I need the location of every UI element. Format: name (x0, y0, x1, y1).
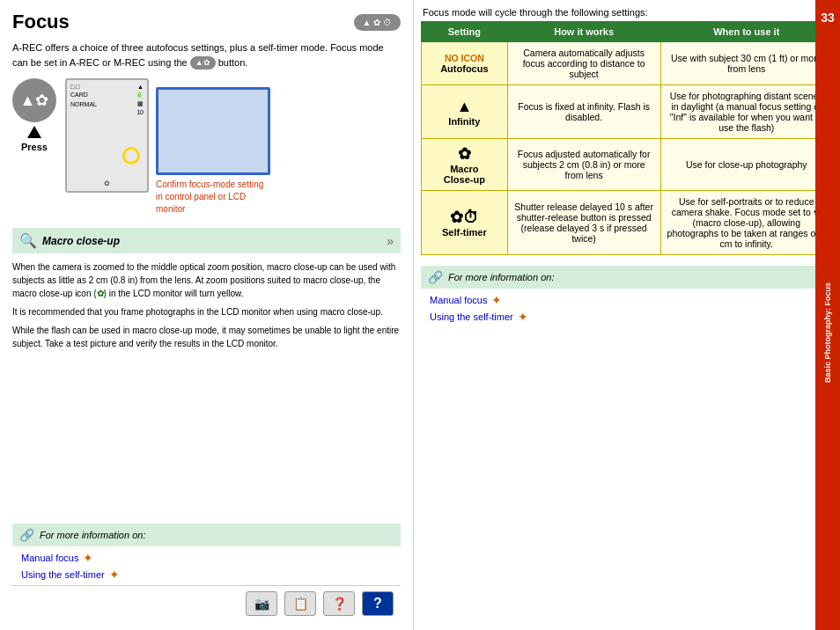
page-title: Focus (12, 11, 70, 33)
yellow-circle-indicator (122, 147, 140, 165)
macro-icon-inline: (✿) (93, 289, 107, 298)
link-self-timer-right[interactable]: Using the self-timer ✦ (430, 310, 833, 324)
focus-table: Setting How it works When to use it NO I… (421, 21, 833, 255)
page-number-tab: 33 (815, 0, 840, 35)
no-icon-label: NO ICON (427, 53, 502, 63)
footer-question-icon[interactable]: ? (362, 591, 394, 616)
right-header: Focus mode will cycle through the follow… (414, 0, 840, 21)
link-manual-focus[interactable]: Manual focus ✦ (21, 551, 401, 565)
col-header-how: How it works (507, 22, 660, 42)
table-row: ✿⏱ Self-timer Shutter release delayed 10… (422, 191, 833, 255)
more-info-links-left: Manual focus ✦ Using the self-timer ✦ (12, 551, 401, 582)
how-cell-macro: Focus adjusted automatically for subject… (507, 139, 660, 191)
focus-header: Focus ▲ ✿ ⏱ (12, 11, 401, 33)
setting-cell-infinity: ▲ Infinity (422, 85, 508, 139)
link-arrow-icon-1: ✦ (83, 551, 93, 565)
focus-mode-icon: ▲ ✿ ⏱ (354, 14, 401, 31)
link-arrow-icon-2: ✦ (109, 568, 120, 582)
right-bottom: 🔗 For more information on: Manual focus … (414, 262, 840, 330)
setting-cell-autofocus: NO ICON Autofocus (422, 42, 508, 85)
how-cell-infinity: Focus is fixed at infinity. Flash is dis… (507, 85, 660, 139)
left-panel: Focus ▲ ✿ ⏱ A-REC offers a choice of thr… (0, 0, 414, 630)
selftimer-icon: ✿⏱ (427, 208, 502, 227)
footer-list-icon[interactable]: 📋 (284, 591, 316, 616)
lcd-screen (156, 87, 270, 175)
camera-panel: □ □ CARD NORMAL ▲ 🔋 ▦ 10 ✿ (65, 78, 149, 193)
when-cell-macro: Use for close-up photography (660, 139, 833, 191)
col-header-when: When to use it (660, 22, 833, 42)
camera-bottom-icon: ✿ (104, 179, 110, 187)
how-cell-selftimer: Shutter release delayed 10 s after shutt… (507, 191, 660, 255)
how-cell-autofocus: Camera automatically adjusts focus accor… (507, 42, 660, 85)
arec-button-inline: ▲✿ (190, 56, 216, 70)
chevron-icon: » (387, 234, 394, 248)
arrow-up-icon (27, 126, 41, 138)
press-section: ▲✿ Press (12, 78, 56, 152)
self-timer-link[interactable]: Using the self-timer (21, 569, 105, 580)
col-header-setting: Setting (422, 22, 508, 42)
camera-screen-area: □ □ CARD NORMAL ▲ 🔋 ▦ 10 ✿ Confirm fo (65, 78, 270, 216)
confirm-label: Confirm focus-mode setting in control pa… (156, 179, 270, 216)
macro-icon: 🔍 (19, 232, 37, 249)
body-text-2: It is recommended that you frame photogr… (12, 305, 401, 319)
footer-icons: 📷 📋 ❓ ? (12, 585, 401, 621)
mode-button-icon: ▲✿ (12, 78, 56, 122)
more-info-icon-left: 🔗 (19, 528, 34, 542)
manual-focus-link[interactable]: Manual focus (21, 553, 78, 563)
diagram-area: ▲✿ Press □ □ CARD NORMAL ▲ 🔋 ▦ 10 (12, 78, 401, 216)
manual-focus-link-right[interactable]: Manual focus (430, 295, 487, 305)
link-manual-focus-right[interactable]: Manual focus ✦ (430, 293, 833, 307)
body-text-3: While the flash can be used in macro clo… (12, 324, 401, 350)
more-info-icon-right: 🔗 (428, 270, 443, 284)
more-info-box-left: 🔗 For more information on: (12, 524, 401, 546)
right-panel: Focus mode will cycle through the follow… (414, 0, 840, 630)
when-cell-autofocus: Use with subject 30 cm (1 ft) or more fr… (660, 42, 833, 85)
table-row: NO ICON Autofocus Camera automatically a… (422, 42, 833, 85)
more-info-title-left: For more information on: (40, 530, 145, 540)
table-row: ▲ Infinity Focus is fixed at infinity. F… (422, 85, 833, 139)
self-timer-link-right[interactable]: Using the self-timer (430, 311, 513, 322)
setting-cell-macro: ✿ MacroClose-up (422, 139, 508, 191)
macro-box-title: Macro close-up (42, 235, 120, 247)
intro-text: A-REC offers a choice of three autofocus… (12, 40, 401, 70)
link-arrow-icon-3: ✦ (491, 293, 502, 307)
macro-close-up-box: 🔍 Macro close-up » (12, 228, 401, 253)
when-cell-infinity: Use for photographing distant scenes in … (660, 85, 833, 139)
table-row: ✿ MacroClose-up Focus adjusted automatic… (422, 139, 833, 191)
vertical-label: Basic Photography: Focus (815, 35, 840, 630)
link-arrow-icon-4: ✦ (518, 310, 528, 324)
body-text-1: When the camera is zoomed to the middle … (12, 260, 401, 300)
more-info-links-right: Manual focus ✦ Using the self-timer ✦ (421, 293, 833, 324)
more-info-title-right: For more information on: (448, 272, 554, 282)
footer-help-icon[interactable]: ❓ (323, 591, 355, 616)
setting-cell-selftimer: ✿⏱ Self-timer (422, 191, 508, 255)
more-info-box-right: 🔗 For more information on: (421, 266, 833, 289)
link-self-timer[interactable]: Using the self-timer ✦ (21, 568, 401, 582)
macro-icon-table: ✿ (427, 144, 502, 164)
press-label: Press (21, 142, 48, 152)
when-cell-selftimer: Use for self-portraits or to reduce came… (660, 191, 833, 255)
footer-camera-icon[interactable]: 📷 (246, 591, 277, 616)
infinity-icon: ▲ (427, 98, 502, 116)
